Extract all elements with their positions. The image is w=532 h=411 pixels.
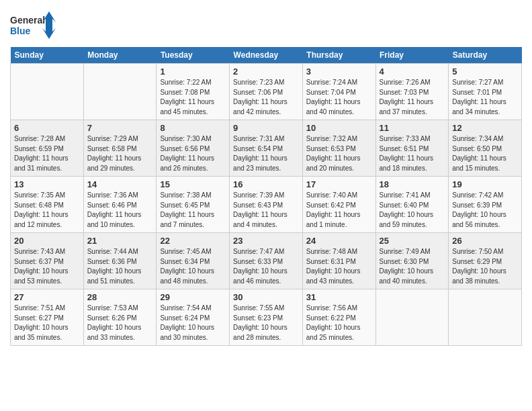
- day-number: 29: [160, 292, 226, 302]
- day-info: Sunrise: 7:26 AM Sunset: 7:03 PM Dayligh…: [380, 78, 445, 117]
- day-number: 18: [380, 179, 445, 189]
- calendar-cell: 13Sunrise: 7:35 AM Sunset: 6:48 PM Dayli…: [11, 177, 84, 233]
- calendar-cell: 1Sunrise: 7:22 AM Sunset: 7:08 PM Daylig…: [157, 64, 230, 120]
- calendar-cell: 18Sunrise: 7:41 AM Sunset: 6:40 PM Dayli…: [375, 177, 449, 233]
- calendar-body: 1Sunrise: 7:22 AM Sunset: 7:08 PM Daylig…: [11, 64, 522, 346]
- page-header: General Blue: [10, 10, 522, 40]
- svg-text:General: General: [10, 15, 45, 26]
- calendar-cell: 3Sunrise: 7:24 AM Sunset: 7:04 PM Daylig…: [302, 64, 375, 120]
- calendar-cell: 22Sunrise: 7:45 AM Sunset: 6:34 PM Dayli…: [157, 233, 230, 289]
- day-number: 30: [233, 292, 299, 302]
- weekday-header-friday: Friday: [375, 47, 449, 64]
- day-number: 25: [380, 236, 445, 246]
- calendar-cell: 10Sunrise: 7:32 AM Sunset: 6:53 PM Dayli…: [302, 120, 375, 177]
- day-info: Sunrise: 7:41 AM Sunset: 6:40 PM Dayligh…: [380, 191, 445, 230]
- calendar-cell: 2Sunrise: 7:23 AM Sunset: 7:06 PM Daylig…: [230, 64, 303, 120]
- calendar-week-1: 6Sunrise: 7:28 AM Sunset: 6:59 PM Daylig…: [11, 120, 522, 177]
- calendar-week-4: 27Sunrise: 7:51 AM Sunset: 6:27 PM Dayli…: [11, 289, 522, 346]
- calendar-cell: [375, 289, 449, 346]
- day-number: 7: [87, 123, 153, 133]
- calendar-cell: 21Sunrise: 7:44 AM Sunset: 6:36 PM Dayli…: [83, 233, 157, 289]
- weekday-header-monday: Monday: [83, 47, 157, 64]
- day-number: 11: [380, 123, 445, 133]
- calendar-table: SundayMondayTuesdayWednesdayThursdayFrid…: [10, 47, 522, 346]
- calendar-cell: 30Sunrise: 7:55 AM Sunset: 6:23 PM Dayli…: [230, 289, 303, 346]
- calendar-cell: 23Sunrise: 7:47 AM Sunset: 6:33 PM Dayli…: [230, 233, 303, 289]
- day-number: 31: [306, 292, 372, 302]
- day-number: 26: [452, 236, 518, 246]
- calendar-cell: 24Sunrise: 7:48 AM Sunset: 6:31 PM Dayli…: [302, 233, 375, 289]
- calendar-cell: 25Sunrise: 7:49 AM Sunset: 6:30 PM Dayli…: [375, 233, 449, 289]
- day-info: Sunrise: 7:33 AM Sunset: 6:51 PM Dayligh…: [380, 134, 445, 173]
- day-info: Sunrise: 7:42 AM Sunset: 6:39 PM Dayligh…: [452, 191, 518, 230]
- day-number: 23: [233, 236, 299, 246]
- day-info: Sunrise: 7:35 AM Sunset: 6:48 PM Dayligh…: [14, 191, 80, 230]
- day-number: 4: [380, 66, 445, 77]
- calendar-cell: 4Sunrise: 7:26 AM Sunset: 7:03 PM Daylig…: [375, 64, 449, 120]
- day-number: 20: [14, 236, 80, 246]
- day-info: Sunrise: 7:29 AM Sunset: 6:58 PM Dayligh…: [87, 134, 153, 173]
- day-info: Sunrise: 7:22 AM Sunset: 7:08 PM Dayligh…: [160, 78, 226, 117]
- day-number: 16: [233, 179, 299, 189]
- day-number: 1: [160, 66, 226, 77]
- day-info: Sunrise: 7:51 AM Sunset: 6:27 PM Dayligh…: [14, 304, 80, 342]
- day-info: Sunrise: 7:45 AM Sunset: 6:34 PM Dayligh…: [160, 247, 226, 286]
- day-info: Sunrise: 7:36 AM Sunset: 6:46 PM Dayligh…: [87, 191, 153, 230]
- day-number: 17: [306, 179, 372, 189]
- day-info: Sunrise: 7:50 AM Sunset: 6:29 PM Dayligh…: [452, 247, 518, 286]
- calendar-cell: 15Sunrise: 7:38 AM Sunset: 6:45 PM Dayli…: [157, 177, 230, 233]
- day-info: Sunrise: 7:24 AM Sunset: 7:04 PM Dayligh…: [306, 78, 372, 117]
- day-info: Sunrise: 7:27 AM Sunset: 7:01 PM Dayligh…: [452, 78, 518, 117]
- calendar-cell: 19Sunrise: 7:42 AM Sunset: 6:39 PM Dayli…: [449, 177, 522, 233]
- calendar-cell: 14Sunrise: 7:36 AM Sunset: 6:46 PM Dayli…: [83, 177, 157, 233]
- day-info: Sunrise: 7:43 AM Sunset: 6:37 PM Dayligh…: [14, 247, 80, 286]
- calendar-cell: [11, 64, 84, 120]
- day-number: 8: [160, 123, 226, 133]
- day-info: Sunrise: 7:53 AM Sunset: 6:26 PM Dayligh…: [87, 304, 153, 342]
- calendar-cell: 28Sunrise: 7:53 AM Sunset: 6:26 PM Dayli…: [83, 289, 157, 346]
- calendar-cell: 27Sunrise: 7:51 AM Sunset: 6:27 PM Dayli…: [11, 289, 84, 346]
- weekday-header-saturday: Saturday: [449, 47, 522, 64]
- day-info: Sunrise: 7:44 AM Sunset: 6:36 PM Dayligh…: [87, 247, 153, 286]
- calendar-cell: [83, 64, 157, 120]
- calendar-cell: 31Sunrise: 7:56 AM Sunset: 6:22 PM Dayli…: [302, 289, 375, 346]
- svg-text:Blue: Blue: [10, 26, 31, 36]
- day-number: 14: [87, 179, 153, 189]
- calendar-cell: 5Sunrise: 7:27 AM Sunset: 7:01 PM Daylig…: [449, 64, 522, 120]
- day-info: Sunrise: 7:55 AM Sunset: 6:23 PM Dayligh…: [233, 304, 299, 342]
- calendar-week-0: 1Sunrise: 7:22 AM Sunset: 7:08 PM Daylig…: [11, 64, 522, 120]
- day-info: Sunrise: 7:38 AM Sunset: 6:45 PM Dayligh…: [160, 191, 226, 230]
- day-number: 6: [14, 123, 80, 133]
- weekday-header-sunday: Sunday: [11, 47, 84, 64]
- day-info: Sunrise: 7:28 AM Sunset: 6:59 PM Dayligh…: [14, 134, 80, 173]
- day-number: 5: [452, 66, 518, 77]
- weekday-header-wednesday: Wednesday: [230, 47, 303, 64]
- day-info: Sunrise: 7:30 AM Sunset: 6:56 PM Dayligh…: [160, 134, 226, 173]
- calendar-cell: 26Sunrise: 7:50 AM Sunset: 6:29 PM Dayli…: [449, 233, 522, 289]
- calendar-week-3: 20Sunrise: 7:43 AM Sunset: 6:37 PM Dayli…: [11, 233, 522, 289]
- day-info: Sunrise: 7:47 AM Sunset: 6:33 PM Dayligh…: [233, 247, 299, 286]
- day-info: Sunrise: 7:54 AM Sunset: 6:24 PM Dayligh…: [160, 304, 226, 342]
- day-number: 15: [160, 179, 226, 189]
- calendar-week-2: 13Sunrise: 7:35 AM Sunset: 6:48 PM Dayli…: [11, 177, 522, 233]
- day-number: 10: [306, 123, 372, 133]
- calendar-cell: 11Sunrise: 7:33 AM Sunset: 6:51 PM Dayli…: [375, 120, 449, 177]
- calendar-cell: 12Sunrise: 7:34 AM Sunset: 6:50 PM Dayli…: [449, 120, 522, 177]
- day-number: 28: [87, 292, 153, 302]
- day-number: 3: [306, 66, 372, 77]
- day-number: 21: [87, 236, 153, 246]
- day-number: 13: [14, 179, 80, 189]
- calendar-cell: 16Sunrise: 7:39 AM Sunset: 6:43 PM Dayli…: [230, 177, 303, 233]
- weekday-header-row: SundayMondayTuesdayWednesdayThursdayFrid…: [11, 47, 522, 64]
- calendar-cell: 9Sunrise: 7:31 AM Sunset: 6:54 PM Daylig…: [230, 120, 303, 177]
- day-info: Sunrise: 7:49 AM Sunset: 6:30 PM Dayligh…: [380, 247, 445, 286]
- calendar-cell: 6Sunrise: 7:28 AM Sunset: 6:59 PM Daylig…: [11, 120, 84, 177]
- logo-svg: General Blue: [10, 10, 57, 40]
- day-info: Sunrise: 7:56 AM Sunset: 6:22 PM Dayligh…: [306, 304, 372, 342]
- day-info: Sunrise: 7:48 AM Sunset: 6:31 PM Dayligh…: [306, 247, 372, 286]
- day-number: 12: [452, 123, 518, 133]
- calendar-cell: 20Sunrise: 7:43 AM Sunset: 6:37 PM Dayli…: [11, 233, 84, 289]
- calendar-cell: 17Sunrise: 7:40 AM Sunset: 6:42 PM Dayli…: [302, 177, 375, 233]
- weekday-header-tuesday: Tuesday: [157, 47, 230, 64]
- day-number: 24: [306, 236, 372, 246]
